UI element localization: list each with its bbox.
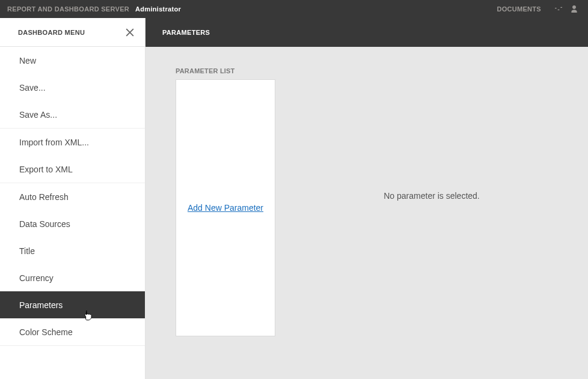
settings-sliders-icon[interactable] xyxy=(552,2,565,16)
user-icon[interactable] xyxy=(568,2,581,16)
menu-item-import-from-xml[interactable]: Import from XML... xyxy=(0,129,145,156)
app-title: REPORT AND DASHBOARD SERVER xyxy=(7,5,129,13)
menu-item-save[interactable]: Save... xyxy=(0,74,145,101)
user-role: Administrator xyxy=(135,5,181,13)
menu-item-label: Currency xyxy=(19,273,54,283)
menu-item-label: Parameters xyxy=(19,300,63,310)
menu-item-label: Save... xyxy=(19,83,46,92)
parameter-list-panel: Add New Parameter xyxy=(176,79,275,336)
menu-item-new[interactable]: New xyxy=(0,47,145,74)
menu-item-save-as[interactable]: Save As... xyxy=(0,101,145,128)
menu-item-auto-refresh[interactable]: Auto Refresh xyxy=(0,183,145,210)
main-panel: PARAMETERS PARAMETER LIST Add New Parame… xyxy=(145,18,588,379)
menu-item-label: Export to XML xyxy=(19,165,73,174)
sidebar-title: DASHBOARD MENU xyxy=(18,29,85,36)
parameter-list-label: PARAMETER LIST xyxy=(176,67,275,74)
main-header-title: PARAMETERS xyxy=(162,29,210,36)
dashboard-menu-sidebar: DASHBOARD MENU NewSave...Save As...Impor… xyxy=(0,18,145,379)
menu-item-parameters[interactable]: Parameters xyxy=(0,291,145,318)
menu-item-currency[interactable]: Currency xyxy=(0,264,145,291)
menu-item-data-sources[interactable]: Data Sources xyxy=(0,210,145,237)
menu-item-label: Data Sources xyxy=(19,219,70,229)
menu-item-label: Auto Refresh xyxy=(19,192,69,202)
add-new-parameter-link[interactable]: Add New Parameter xyxy=(188,203,263,213)
menu-item-export-to-xml[interactable]: Export to XML xyxy=(0,156,145,183)
sidebar-header: DASHBOARD MENU xyxy=(0,18,145,47)
menu-item-label: Color Scheme xyxy=(19,327,73,337)
main-header: PARAMETERS xyxy=(145,18,588,47)
menu-item-label: Save As... xyxy=(19,110,57,120)
menu-item-label: Import from XML... xyxy=(19,138,89,147)
menu-item-label: Title xyxy=(19,246,35,256)
menu-item-color-scheme[interactable]: Color Scheme xyxy=(0,318,145,345)
close-icon[interactable] xyxy=(123,26,136,39)
menu-item-title[interactable]: Title xyxy=(0,237,145,264)
no-selection-message: No parameter is selected. xyxy=(275,67,588,324)
menu-item-label: New xyxy=(19,56,36,65)
top-bar: REPORT AND DASHBOARD SERVER Administrato… xyxy=(0,0,588,18)
documents-link[interactable]: DOCUMENTS xyxy=(497,5,541,13)
